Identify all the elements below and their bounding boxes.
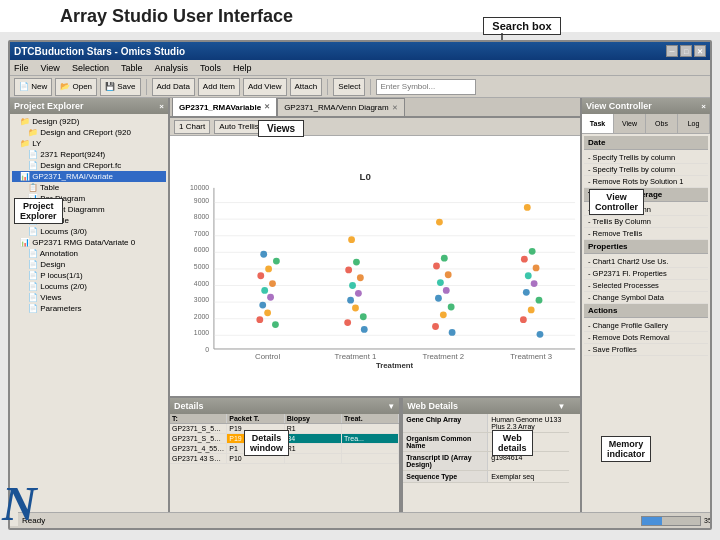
tab-close-active[interactable]: ✕ bbox=[264, 103, 270, 111]
right-item-remove-dots[interactable]: - Remove Dots Removal bbox=[584, 332, 708, 344]
tree-item-gp2371-rmg[interactable]: 📊 GP2371 RMG Data/Variate 0 bbox=[12, 237, 166, 248]
right-item-selected-proc[interactable]: - Selected Processes bbox=[584, 280, 708, 292]
chart-1-button[interactable]: 1 Chart bbox=[174, 120, 210, 134]
tree-item-gp2371[interactable]: 📊 GP2371_RMAI/Variate bbox=[12, 171, 166, 182]
svg-text:Treatment: Treatment bbox=[376, 362, 414, 371]
chart-svg: L0 0 1000 2000 3000 4000 5000 6000 7000 … bbox=[170, 136, 580, 396]
details-collapse[interactable]: ▼ bbox=[387, 402, 395, 411]
menu-analysis[interactable]: Analysis bbox=[154, 63, 188, 73]
add-data-button[interactable]: Add Data bbox=[152, 78, 195, 96]
svg-point-46 bbox=[357, 274, 364, 281]
right-item-specify-col-1[interactable]: - Specify Trellis by column bbox=[584, 152, 708, 164]
svg-text:7000: 7000 bbox=[194, 230, 209, 237]
add-view-button[interactable]: Add View bbox=[243, 78, 287, 96]
right-item-remove-rots[interactable]: - Remove Rots by Solution 1 bbox=[584, 176, 708, 188]
cell-t-3: GP2371 43 S541... bbox=[170, 454, 227, 463]
svg-point-45 bbox=[349, 282, 356, 289]
right-item-save-profiles[interactable]: - Save Profiles bbox=[584, 344, 708, 356]
tree-item-design[interactable]: 📁 Design (92D) bbox=[12, 116, 166, 127]
maximize-button[interactable]: □ bbox=[680, 45, 692, 57]
tree-item-params[interactable]: 📄 Parameters bbox=[12, 303, 166, 314]
right-item-specify-col-2[interactable]: - Specify Trellis by column bbox=[584, 164, 708, 176]
add-item-button[interactable]: Add Item bbox=[198, 78, 240, 96]
svg-point-52 bbox=[440, 311, 447, 318]
svg-point-41 bbox=[352, 305, 359, 312]
right-section-actions: Actions bbox=[584, 304, 708, 318]
tab-task[interactable]: Task bbox=[582, 114, 614, 133]
menu-view[interactable]: View bbox=[41, 63, 60, 73]
right-item-chart-use[interactable]: - Chart1 Chart2 Use Us. bbox=[584, 256, 708, 268]
svg-point-47 bbox=[345, 266, 352, 273]
web-key-2: Transcript ID (Array Design) bbox=[403, 452, 488, 470]
project-explorer-header: Project Explorer × bbox=[10, 98, 168, 114]
right-item-change-symbol[interactable]: - Change Symbol Data bbox=[584, 292, 708, 304]
right-item-profile-gallery[interactable]: - Change Profile Gallery bbox=[584, 320, 708, 332]
open-button[interactable]: 📂 Open bbox=[55, 78, 97, 96]
tab-label-venn: GP2371_RMA/Venn Diagram bbox=[284, 103, 389, 112]
cell-t-1: GP2371_S_5543... bbox=[170, 434, 227, 443]
bottom-center-spacer bbox=[569, 398, 580, 526]
svg-point-60 bbox=[449, 329, 456, 336]
new-button[interactable]: 📄 New bbox=[14, 78, 52, 96]
menu-file[interactable]: File bbox=[14, 63, 29, 73]
close-button[interactable]: ✕ bbox=[694, 45, 706, 57]
tab-venn-diagram[interactable]: GP2371_RMA/Venn Diagram ✕ bbox=[277, 98, 405, 116]
tab-log[interactable]: Log bbox=[678, 114, 710, 133]
col-treat: Treat. bbox=[342, 414, 399, 423]
details-panel: Details ▼ T: Packet T. Biopsy Treat. bbox=[170, 398, 401, 526]
right-item-trellis-2[interactable]: - Trellis By Column bbox=[584, 216, 708, 228]
tree-item-ly[interactable]: 📁 LY bbox=[12, 138, 166, 149]
tree-item-2371[interactable]: 📄 2371 Report(924f) bbox=[12, 149, 166, 160]
menu-selection[interactable]: Selection bbox=[72, 63, 109, 73]
svg-text:0: 0 bbox=[205, 346, 209, 353]
search-input[interactable] bbox=[376, 79, 476, 95]
tree-item-locums2[interactable]: 📄 Locums (2/0) bbox=[12, 281, 166, 292]
web-collapse[interactable]: ▼ bbox=[558, 402, 566, 411]
svg-text:1000: 1000 bbox=[194, 329, 209, 336]
pin-button[interactable]: × bbox=[159, 102, 164, 111]
right-item-gp2371-prop[interactable]: - GP2371 Fl. Properties bbox=[584, 268, 708, 280]
right-item-remove-trellis[interactable]: - Remove Trellis bbox=[584, 228, 708, 240]
tree-item-locums1[interactable]: 📄 Locums (3/0) bbox=[12, 226, 166, 237]
view-toolbar: 1 Chart Auto Trellis 1:1 bbox=[170, 118, 580, 136]
memory-bar-fill bbox=[642, 517, 662, 525]
tab-close-venn[interactable]: ✕ bbox=[392, 104, 398, 112]
web-row-2: Transcript ID (Array Design) g1984614 bbox=[403, 452, 569, 471]
minimize-button[interactable]: ─ bbox=[666, 45, 678, 57]
col-packet: Packet T. bbox=[227, 414, 284, 423]
svg-point-30 bbox=[264, 309, 271, 316]
tab-gp2371-variable[interactable]: GP2371_RMAVariable ✕ bbox=[172, 98, 277, 116]
project-tree[interactable]: 📁 Design (92D) 📁 Design and CReport (920… bbox=[10, 114, 168, 526]
right-panel-close[interactable]: × bbox=[701, 102, 706, 111]
attach-button[interactable]: Attach bbox=[290, 78, 323, 96]
search-box-annotation: Search box bbox=[462, 16, 582, 35]
tree-item-design2[interactable]: 📄 Design bbox=[12, 259, 166, 270]
tree-item-views[interactable]: 📄 Views bbox=[12, 292, 166, 303]
tab-view[interactable]: View bbox=[614, 114, 646, 133]
select-button[interactable]: Select bbox=[333, 78, 365, 96]
web-details-title: Web Details bbox=[407, 401, 458, 411]
svg-point-54 bbox=[435, 295, 442, 302]
svg-text:Treatment 1: Treatment 1 bbox=[335, 352, 377, 361]
tab-obs[interactable]: Obs bbox=[646, 114, 678, 133]
save-button[interactable]: 💾 Save bbox=[100, 78, 140, 96]
menu-tools[interactable]: Tools bbox=[200, 63, 221, 73]
details-table-header: T: Packet T. Biopsy Treat. bbox=[170, 414, 399, 424]
tree-item-table[interactable]: 📋 Table bbox=[12, 182, 166, 193]
details-title: Details bbox=[174, 401, 204, 411]
menu-table[interactable]: Table bbox=[121, 63, 143, 73]
web-details-header: Web Details ▼ bbox=[403, 398, 569, 414]
svg-point-49 bbox=[361, 326, 368, 333]
bottom-center-title bbox=[573, 401, 576, 411]
auto-trellis-button[interactable]: Auto Trellis bbox=[214, 120, 264, 134]
web-val-3: Exemplar seq bbox=[488, 471, 569, 482]
menu-help[interactable]: Help bbox=[233, 63, 252, 73]
tree-item-plocus[interactable]: 📄 P locus(1/1) bbox=[12, 270, 166, 281]
cell-treat-3 bbox=[342, 454, 399, 463]
svg-point-37 bbox=[265, 266, 272, 273]
tree-item-design-fc[interactable]: 📄 Design and CReport.fc bbox=[12, 160, 166, 171]
tree-item-design-creport[interactable]: 📁 Design and CReport (920 bbox=[12, 127, 166, 138]
svg-text:8000: 8000 bbox=[194, 213, 209, 220]
project-explorer-label: ProjectExplorer bbox=[14, 198, 63, 224]
tree-item-annotation[interactable]: 📄 Annotation bbox=[12, 248, 166, 259]
